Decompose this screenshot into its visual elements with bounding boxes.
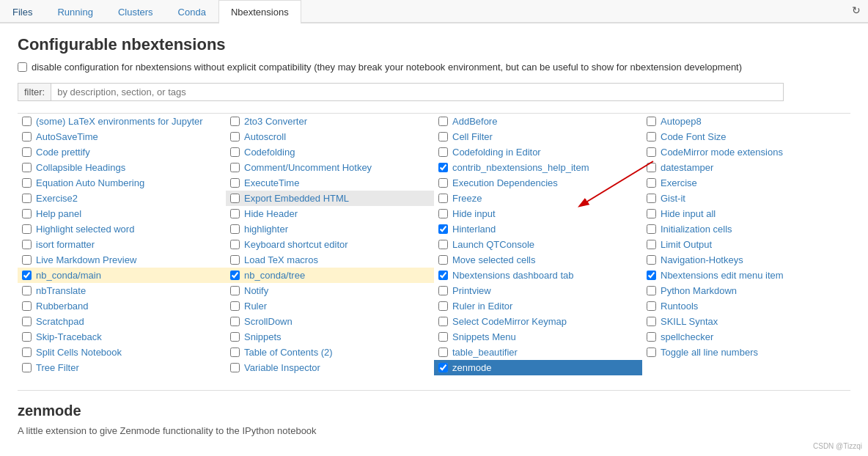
ext-link-rubberband[interactable]: Rubberband xyxy=(36,301,89,312)
ext-item-addbefore[interactable]: AddBefore xyxy=(434,114,642,129)
ext-checkbox-initialization-cells[interactable] xyxy=(647,224,656,234)
ext-checkbox-keyboard-shortcut-editor[interactable] xyxy=(230,240,240,249)
ext-item-latex-env[interactable]: (some) LaTeX environments for Jupyter xyxy=(18,114,226,129)
ext-item-limit-output[interactable]: Limit Output xyxy=(642,237,850,252)
ext-checkbox-codefolding-editor[interactable] xyxy=(438,147,448,157)
ext-link-navigation-hotkeys[interactable]: Navigation-Hotkeys xyxy=(661,254,743,265)
ext-link-latex-env[interactable]: (some) LaTeX environments for Jupyter xyxy=(36,116,203,127)
ext-checkbox-ruler-in-editor[interactable] xyxy=(438,301,448,311)
ext-checkbox-code-prettify[interactable] xyxy=(22,147,32,157)
ext-checkbox-nbextensions-edit-menu-item[interactable] xyxy=(647,271,656,280)
ext-item-rubberband[interactable]: Rubberband xyxy=(18,298,226,314)
ext-link-ruler-in-editor[interactable]: Ruler in Editor xyxy=(452,301,512,312)
ext-checkbox-collapsible-headings[interactable] xyxy=(22,163,32,172)
ext-link-hide-input-all[interactable]: Hide input all xyxy=(661,208,716,219)
ext-link-codemirror-mode-ext[interactable]: CodeMirror mode extensions xyxy=(661,147,783,158)
ext-link-split-cells-notebook[interactable]: Split Cells Notebook xyxy=(36,347,122,358)
ext-link-table-beautifier[interactable]: table_beautifier xyxy=(452,347,518,358)
ext-link-codefolding[interactable]: Codefolding xyxy=(244,147,295,158)
ext-checkbox-nbtranslate[interactable] xyxy=(22,286,32,295)
ext-item-runtools[interactable]: Runtools xyxy=(642,298,850,314)
ext-checkbox-codefolding[interactable] xyxy=(230,147,240,157)
ext-checkbox-tree-filter[interactable] xyxy=(22,363,32,372)
ext-item-printview[interactable]: Printview xyxy=(434,283,642,298)
ext-checkbox-ruler[interactable] xyxy=(230,301,240,311)
ext-checkbox-codemirror-mode-ext[interactable] xyxy=(647,147,656,157)
ext-link-code-font-size[interactable]: Code Font Size xyxy=(661,131,727,142)
ext-link-equation-auto-numbering[interactable]: Equation Auto Numbering xyxy=(36,177,144,188)
ext-link-limit-output[interactable]: Limit Output xyxy=(661,239,712,250)
ext-link-addbefore[interactable]: AddBefore xyxy=(452,116,497,127)
ext-link-ruler[interactable]: Ruler xyxy=(244,301,267,312)
ext-link-snippets-menu[interactable]: Snippets Menu xyxy=(452,331,516,342)
ext-link-comment-uncomment[interactable]: Comment/Uncomment Hotkey xyxy=(244,162,372,173)
ext-item-highlighter[interactable]: highlighter xyxy=(226,221,434,237)
ext-link-live-markdown-preview[interactable]: Live Markdown Preview xyxy=(36,254,136,265)
ext-checkbox-hinterland[interactable] xyxy=(438,224,448,234)
ext-checkbox-navigation-hotkeys[interactable] xyxy=(647,255,656,265)
ext-link-help-panel[interactable]: Help panel xyxy=(36,208,81,219)
ext-item-codefolding[interactable]: Codefolding xyxy=(226,144,434,160)
ext-checkbox-2to3[interactable] xyxy=(230,117,240,126)
ext-item-2to3[interactable]: 2to3 Converter xyxy=(226,114,434,129)
ext-item-python-markdown[interactable]: Python Markdown xyxy=(642,283,850,298)
ext-link-freeze[interactable]: Freeze xyxy=(452,193,482,204)
ext-checkbox-help-panel[interactable] xyxy=(22,209,32,218)
ext-link-hinterland[interactable]: Hinterland xyxy=(452,224,496,235)
ext-checkbox-exercise2[interactable] xyxy=(22,194,32,203)
ext-checkbox-skip-traceback[interactable] xyxy=(22,332,32,342)
ext-checkbox-hide-input-all[interactable] xyxy=(647,209,656,218)
ext-checkbox-scrolldown[interactable] xyxy=(230,317,240,326)
ext-link-executetime[interactable]: ExecuteTime xyxy=(244,177,299,188)
ext-item-hide-input-all[interactable]: Hide input all xyxy=(642,206,850,221)
ext-item-execution-deps[interactable]: Execution Dependencies xyxy=(434,175,642,191)
ext-item-autosavetime[interactable]: AutoSaveTime xyxy=(18,129,226,144)
ext-link-nb-conda-main[interactable]: nb_conda/main xyxy=(36,270,101,281)
ext-item-spellchecker[interactable]: spellchecker xyxy=(642,329,850,345)
ext-checkbox-zenmode[interactable] xyxy=(438,363,448,372)
ext-item-exercise[interactable]: Exercise xyxy=(642,175,850,191)
ext-item-move-selected-cells[interactable]: Move selected cells xyxy=(434,252,642,268)
ext-link-table-of-contents[interactable]: Table of Contents (2) xyxy=(244,347,333,358)
ext-item-toggle-all-line-numbers[interactable]: Toggle all line numbers xyxy=(642,345,850,360)
ext-link-export-embedded-html[interactable]: Export Embedded HTML xyxy=(244,193,349,204)
ext-item-nbextensions-dashboard-tab[interactable]: Nbextensions dashboard tab xyxy=(434,268,642,283)
ext-link-python-markdown[interactable]: Python Markdown xyxy=(661,285,737,296)
ext-item-help-panel[interactable]: Help panel xyxy=(18,206,226,221)
tab-conda[interactable]: Conda xyxy=(166,0,218,23)
ext-item-freeze[interactable]: Freeze xyxy=(434,191,642,206)
ext-link-exercise2[interactable]: Exercise2 xyxy=(36,193,78,204)
ext-item-live-markdown-preview[interactable]: Live Markdown Preview xyxy=(18,252,226,268)
ext-checkbox-load-tex-macros[interactable] xyxy=(230,255,240,265)
ext-item-code-font-size[interactable]: Code Font Size xyxy=(642,129,850,144)
ext-link-launch-qtconsole[interactable]: Launch QTConsole xyxy=(452,239,534,250)
ext-item-autopep8[interactable]: Autopep8 xyxy=(642,114,850,129)
ext-item-nbextensions-edit-menu-item[interactable]: Nbextensions edit menu item xyxy=(642,268,850,283)
ext-checkbox-highlight-selected-word[interactable] xyxy=(22,224,32,234)
compat-checkbox[interactable] xyxy=(18,62,27,72)
ext-checkbox-skill-syntax[interactable] xyxy=(647,317,656,326)
ext-link-skip-traceback[interactable]: Skip-Traceback xyxy=(36,331,102,342)
tab-clusters[interactable]: Clusters xyxy=(106,0,166,23)
ext-link-nbextensions-edit-menu-item[interactable]: Nbextensions edit menu item xyxy=(661,270,784,281)
ext-link-printview[interactable]: Printview xyxy=(452,285,491,296)
ext-checkbox-freeze[interactable] xyxy=(438,194,448,203)
ext-checkbox-move-selected-cells[interactable] xyxy=(438,255,448,265)
ext-item-scratchpad[interactable]: Scratchpad xyxy=(18,314,226,329)
ext-checkbox-executetime[interactable] xyxy=(230,178,240,188)
ext-link-toggle-all-line-numbers[interactable]: Toggle all line numbers xyxy=(661,347,758,358)
ext-checkbox-table-of-contents[interactable] xyxy=(230,347,240,357)
ext-checkbox-notify[interactable] xyxy=(230,286,240,295)
ext-link-select-codemirror-keymap[interactable]: Select CodeMirror Keymap xyxy=(452,316,567,327)
ext-checkbox-export-embedded-html[interactable] xyxy=(230,194,240,203)
ext-checkbox-isort-formatter[interactable] xyxy=(22,240,32,249)
ext-link-highlight-selected-word[interactable]: Highlight selected word xyxy=(36,224,134,235)
ext-checkbox-cell-filter[interactable] xyxy=(438,132,448,141)
ext-item-notify[interactable]: Notify xyxy=(226,283,434,298)
ext-checkbox-scratchpad[interactable] xyxy=(22,317,32,326)
ext-checkbox-comment-uncomment[interactable] xyxy=(230,163,240,172)
ext-link-2to3[interactable]: 2to3 Converter xyxy=(244,116,307,127)
ext-link-execution-deps[interactable]: Execution Dependencies xyxy=(452,177,558,188)
ext-checkbox-datestamper[interactable] xyxy=(647,163,656,172)
ext-item-nbtranslate[interactable]: nbTranslate xyxy=(18,283,226,298)
